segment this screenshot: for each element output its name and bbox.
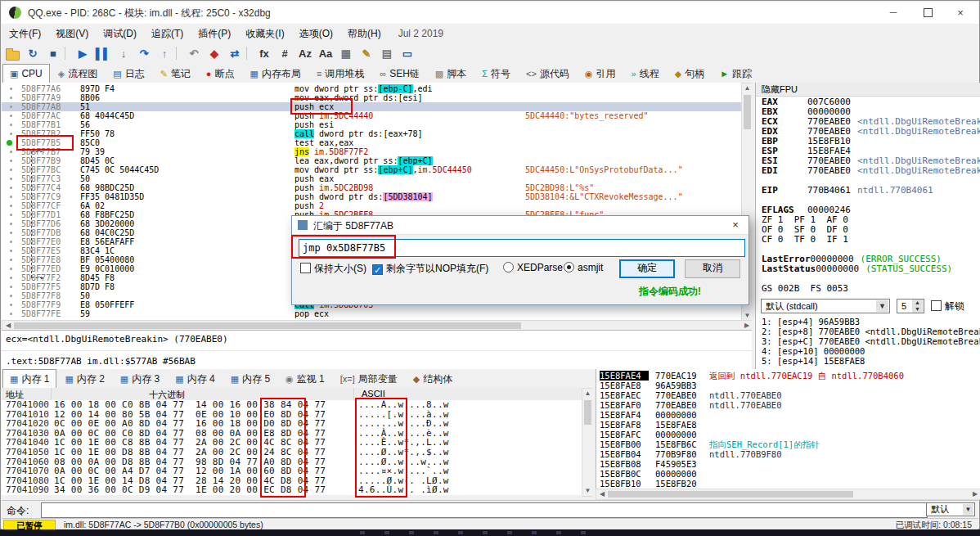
dump-row[interactable]: 7704109034 00 36 00 0C D9 04 77 1E 00 20… [2, 485, 582, 495]
stop-button[interactable]: ■ [43, 44, 63, 63]
restart-button[interactable]: ↻ [23, 44, 43, 63]
disasm-row[interactable]: 5D8F77FE59pop ecx [2, 309, 741, 318]
scroll-thumb[interactable] [584, 400, 591, 425]
radio-icon[interactable] [564, 262, 574, 273]
stack-horizontal-scrollbar[interactable]: ◀ ▶ [596, 489, 980, 500]
case-button[interactable]: Az [295, 44, 315, 63]
tab-memory-map[interactable]: ▦内存布局 [243, 64, 308, 83]
argument-count-stepper[interactable]: 5 ▲▼ [897, 299, 924, 313]
register-row[interactable]: EAX007C6000 [756, 97, 980, 107]
stack-row[interactable]: 15E8FB0015E8FB6C指向SEH_Record[1]的指针 [596, 439, 980, 449]
dialog-close-icon[interactable]: × [722, 216, 748, 234]
tab-dump-4[interactable]: ▦内存 4 [168, 369, 222, 389]
tab-trace[interactable]: ►跟踪 [713, 64, 759, 83]
tab-dump-1[interactable]: ▦内存 1 [2, 369, 56, 389]
stack-row[interactable]: 15E8FAF815E8FAE8 [596, 420, 980, 430]
dialog-title-bar[interactable]: 汇编于 5D8F77AB × [292, 216, 748, 235]
scroll-right-arrow[interactable]: ▶ [743, 322, 751, 330]
list-button[interactable]: ▤ [377, 44, 397, 63]
disasm-row[interactable]: 5D8F77B779 39jns im.5D8F77F2 [2, 147, 741, 156]
pause-button[interactable]: ▌▌ [93, 44, 113, 63]
checkbox-icon[interactable] [300, 263, 311, 273]
calling-convention-dropdown[interactable]: 默认 (stdcall) ▼ [761, 299, 890, 313]
checkbox-icon[interactable] [372, 264, 383, 275]
checkbox-icon[interactable] [931, 300, 942, 311]
scroll-right-arrow[interactable]: ▶ [971, 490, 979, 498]
stack-row[interactable]: 15E8FB1015E8FB20 [596, 479, 980, 489]
back-button[interactable]: ↶ [184, 44, 204, 63]
register-row[interactable]: CF 0 TF 0 IF 1 [756, 235, 980, 245]
step-over-button[interactable]: ↷ [134, 44, 154, 63]
command-profile-dropdown[interactable]: 默认 ▼ [926, 502, 975, 516]
stack-row[interactable]: 15E8FB0C00000000 [596, 469, 980, 479]
execute-till-return-button[interactable]: ↑ [155, 44, 174, 63]
tab-dump-5[interactable]: ▦内存 5 [223, 369, 277, 389]
register-row[interactable]: LastStatus00000000(STATUS_SUCCESS) [756, 264, 980, 274]
scroll-thumb[interactable] [14, 322, 521, 329]
scroll-thumb[interactable] [744, 95, 751, 129]
radio-icon[interactable] [503, 262, 514, 273]
command-input[interactable] [41, 502, 928, 518]
disasm-row[interactable]: 5D8F77CF6A 02push 2 [2, 201, 741, 210]
scroll-thumb[interactable] [608, 491, 853, 498]
tab-graph[interactable]: ◈流程图 [51, 64, 105, 83]
tab-cpu[interactable]: ▣CPU [2, 64, 50, 83]
dump-row[interactable]: 770410501C 00 1E 00 D8 8B 04 77 2A 00 2C… [2, 448, 582, 457]
register-row[interactable]: GS 002B FS 0053 [756, 284, 980, 294]
tab-dump-2[interactable]: ▦内存 2 [57, 369, 111, 389]
windows-taskbar[interactable] [0, 529, 980, 536]
menu-item-1[interactable]: 文件(F) [2, 24, 48, 43]
menu-item-7[interactable]: 选项(O) [292, 24, 340, 43]
minimize-button[interactable]: ─ [877, 2, 910, 24]
asmjit-radio[interactable]: asmjit [564, 262, 603, 273]
disasm-row[interactable]: 5D8F77B156push esi [2, 120, 741, 129]
stack-row[interactable]: 15E8FAEC770EABE0ntdll.770EABE0 [596, 390, 980, 400]
disasm-row[interactable]: 5D8F77A98B06mov eax,dword ptr ds:[esi] [2, 93, 741, 102]
stack-row[interactable]: 15E8FAF400000000 [596, 410, 980, 420]
assemble-dialog[interactable]: 汇编于 5D8F77AB × 保持大小(S) 剩余字节以NOP填充(F) XED… [291, 215, 749, 305]
menu-item-8[interactable]: 帮助(H) [340, 24, 389, 43]
maximize-button[interactable] [911, 2, 944, 24]
register-row[interactable]: EBP15E8FB10 [756, 137, 980, 146]
tab-threads[interactable]: »线程 [624, 64, 667, 83]
tab-dump-3[interactable]: ▦内存 3 [113, 369, 167, 389]
run-button[interactable]: ▶ [73, 44, 92, 63]
scroll-left-arrow[interactable]: ◀ [598, 490, 606, 498]
xedparse-radio[interactable]: XEDParse [503, 262, 563, 273]
breakpoint-dot[interactable] [7, 140, 12, 146]
stack-row[interactable]: 15E8FB04770B9F80ntdll.770B9F80 [596, 449, 980, 459]
fx-button[interactable]: fx [254, 44, 274, 63]
disasm-row[interactable]: 5D8F77AB51push ecx [2, 102, 741, 111]
register-row[interactable]: EDX770EABE0<ntdll.DbgUiRemoteBreakin> [756, 127, 980, 137]
tab-symbols[interactable]: Σ符号 [474, 64, 518, 83]
close-button[interactable]: × [944, 2, 977, 24]
disasm-row[interactable]: 5D8F77C468 98BDC25Dpush im.5DC2BD985DC2B… [2, 183, 741, 192]
disasm-row[interactable]: 5D8F77B585C0test eax,eax [2, 138, 741, 147]
disasm-row[interactable]: 5D8F77B98D45 0Clea eax,dword ptr ss:[ebp… [2, 156, 741, 165]
stack-row[interactable]: 15E8FAE4770EAC19返回到 ntdll.770EAC19 自 ntd… [596, 371, 980, 381]
screen-button[interactable]: ▭ [398, 44, 417, 63]
disasm-row[interactable]: 5D8F77B2FF50 78call dword ptr ds:[eax+78… [2, 129, 741, 138]
register-row[interactable]: EDI770EABE0<ntdll.DbgUiRemoteBreakin> [756, 166, 980, 176]
trace-record-button[interactable]: ◆ [205, 44, 224, 63]
tab-log[interactable]: ▤日志 [106, 64, 151, 83]
register-row[interactable]: EIP770B4061ntdll.770B4061 [756, 186, 980, 196]
tab-struct[interactable]: ◆结构体 [406, 369, 460, 389]
scroll-left-arrow[interactable]: ◀ [4, 322, 12, 330]
disasm-row[interactable]: 5D8F77C350push eax [2, 174, 741, 183]
assemble-instruction-input[interactable] [299, 239, 745, 257]
hide-fpu-button[interactable]: 隐藏FPU [756, 83, 980, 97]
ok-button[interactable]: 确定 [619, 259, 675, 278]
dump-row[interactable]: 7704100016 00 18 00 C0 8B 04 77 14 00 16… [2, 400, 582, 410]
stack-row[interactable]: 15E8FAFC00000000 [596, 430, 980, 439]
unlock-checkbox[interactable]: 解锁 [931, 300, 964, 313]
stack-row[interactable]: 15E8FB08F45905E3 [596, 459, 980, 469]
step-into-button[interactable]: ↓ [114, 44, 133, 63]
tab-handles[interactable]: ◆句柄 [668, 64, 712, 83]
stack-view[interactable]: 15E8FAE4770EAC19返回到 ntdll.770EAC19 自 ntd… [596, 369, 980, 489]
menu-item-3[interactable]: 调试(D) [96, 24, 144, 43]
stack-row[interactable]: 15E8FAE896A59BB3 [596, 381, 980, 390]
font-button[interactable]: Aa [316, 44, 335, 63]
tab-references[interactable]: ◉引用 [578, 64, 623, 83]
memory-dump-view[interactable]: 7704100016 00 18 00 C0 8B 04 77 14 00 16… [2, 400, 582, 495]
